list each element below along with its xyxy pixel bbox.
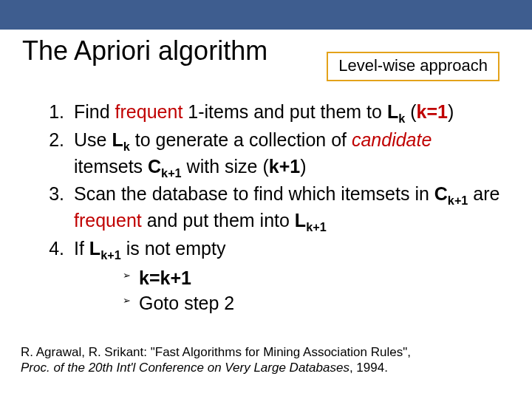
substep-goto: Goto step 2 (123, 291, 502, 315)
citation-year: , 1994. (349, 361, 388, 375)
level-wise-badge: Level-wise approach (327, 52, 499, 81)
text: are (468, 183, 499, 204)
text: itemsets (74, 156, 148, 177)
text: ) (448, 101, 454, 122)
var-ck1: Ck+1 (148, 156, 182, 177)
step-1: Find frequent 1-items and put them to Lk… (69, 100, 502, 126)
var-lk: Lk (112, 129, 129, 150)
text: If (74, 238, 89, 259)
highlight-candidate: candidate (352, 129, 432, 150)
text: ) (300, 156, 306, 177)
algorithm-steps: Find frequent 1-items and put them to Lk… (30, 100, 502, 315)
text: ( (405, 101, 416, 122)
citation-authors: R. Agrawal, R. Srikant: "Fast Algorithms… (21, 345, 411, 359)
step-3: Scan the database to find which itemsets… (69, 182, 502, 235)
var-lk1: Lk+1 (89, 238, 121, 259)
text: is not empty (121, 238, 226, 259)
slide-title: The Apriori algorithm (22, 35, 267, 66)
var-lk: Lk (387, 101, 405, 122)
var-lk1: Lk+1 (295, 210, 327, 231)
text: with size ( (182, 156, 269, 177)
substep-increment: k=k+1 (123, 266, 502, 290)
text: Use (74, 129, 112, 150)
step-4: If Lk+1 is not empty k=k+1 Goto step 2 (69, 236, 502, 315)
step-2: Use Lk to generate a collection of candi… (69, 128, 502, 181)
citation: R. Agrawal, R. Srikant: "Fast Algorithms… (21, 344, 495, 376)
highlight-k1: k=1 (416, 101, 447, 122)
var-kp1: k+1 (269, 156, 300, 177)
slide: The Apriori algorithm Level-wise approac… (0, 0, 532, 399)
highlight-frequent: frequent (115, 101, 183, 122)
text: to generate a collection of (130, 129, 352, 150)
text: 1-items and put them to (183, 101, 387, 122)
slide-body: Find frequent 1-items and put them to Lk… (30, 100, 502, 316)
var-ck1: Ck+1 (434, 183, 468, 204)
text: Find (74, 101, 115, 122)
substeps: k=k+1 Goto step 2 (123, 266, 502, 315)
citation-venue: Proc. of the 20th Int'l Conference on Ve… (21, 361, 349, 375)
text: and put them into (142, 210, 295, 231)
accent-bar (0, 0, 532, 30)
text: Scan the database to find which itemsets… (74, 183, 434, 204)
highlight-frequent: frequent (74, 210, 142, 231)
